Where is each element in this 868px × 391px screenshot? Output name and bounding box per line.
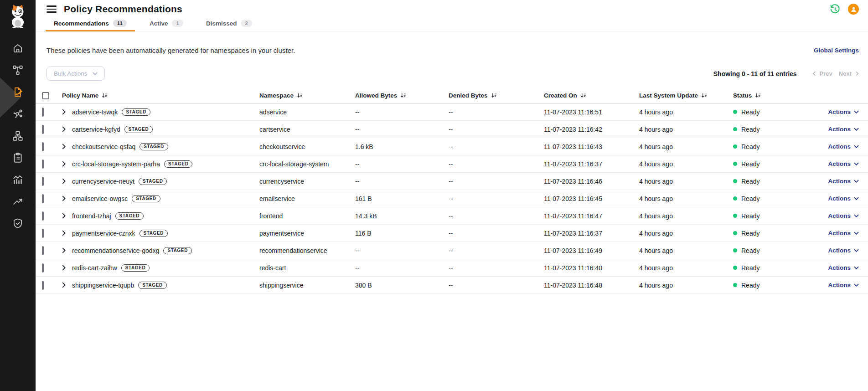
row-checkbox[interactable]	[42, 229, 44, 238]
ready-status-dot	[733, 179, 737, 183]
denied-bytes-cell: --	[449, 160, 544, 168]
actions-button[interactable]: Actions	[828, 212, 859, 219]
next-page-button[interactable]: Next	[839, 70, 859, 77]
allowed-bytes-cell: 1.6 kB	[355, 143, 449, 150]
top-right-icons	[829, 4, 859, 15]
table-row: redis-cart-zaihw STAGED redis-cart -- --…	[36, 259, 868, 277]
actions-button[interactable]: Actions	[828, 247, 859, 254]
policy-name: shippingservice-tqupb	[72, 282, 134, 289]
denied-bytes-cell: --	[449, 282, 544, 289]
policy-name: cartservice-kgfyd	[72, 126, 120, 133]
ready-status-dot	[733, 110, 737, 114]
row-checkbox[interactable]	[42, 125, 44, 134]
policy-table: Policy Name Namespace Allowed Bytes Deni…	[36, 88, 868, 294]
sidebar-item-flows[interactable]	[0, 103, 36, 125]
expand-row-chevron-icon[interactable]	[62, 126, 72, 132]
expand-row-chevron-icon[interactable]	[62, 144, 72, 149]
actions-button[interactable]: Actions	[828, 195, 859, 202]
user-avatar-icon[interactable]	[848, 4, 859, 15]
sidebar-item-home[interactable]	[0, 37, 36, 59]
expand-row-chevron-icon[interactable]	[62, 230, 72, 236]
staged-badge: STAGED	[140, 230, 168, 237]
row-checkbox[interactable]	[42, 108, 44, 117]
expand-row-chevron-icon[interactable]	[62, 265, 72, 271]
tab-active[interactable]: Active 1	[141, 18, 191, 31]
expand-row-chevron-icon[interactable]	[62, 161, 72, 167]
tab-recommendations[interactable]: Recommendations 11	[46, 18, 135, 31]
row-checkbox[interactable]	[42, 142, 44, 151]
tab-dismissed[interactable]: Dismissed 2	[198, 18, 260, 31]
expand-row-chevron-icon[interactable]	[62, 109, 72, 115]
last-system-update-cell: 4 hours ago	[639, 143, 733, 150]
content: These policies have been automatically g…	[36, 32, 868, 294]
column-header-denied-bytes[interactable]: Denied Bytes	[449, 92, 544, 99]
column-header-last-system-update[interactable]: Last System Update	[639, 92, 733, 99]
expand-row-chevron-icon[interactable]	[62, 213, 72, 219]
chevron-down-icon	[854, 232, 859, 235]
column-header-status[interactable]: Status	[733, 92, 792, 99]
sort-icon	[400, 93, 406, 98]
column-header-policy-name[interactable]: Policy Name	[62, 92, 259, 99]
page-description: These policies have been automatically g…	[46, 46, 295, 54]
actions-button[interactable]: Actions	[828, 126, 859, 133]
row-checkbox[interactable]	[42, 246, 44, 255]
select-all-checkbox[interactable]	[42, 92, 49, 99]
app-root: Policy Recommendations	[0, 0, 868, 391]
table-row: cartservice-kgfyd STAGED cartservice -- …	[36, 121, 868, 138]
row-checkbox[interactable]	[42, 211, 44, 221]
status-label: Ready	[741, 247, 760, 254]
actions-button[interactable]: Actions	[828, 108, 859, 115]
cat-mascot-logo	[6, 4, 29, 28]
chevron-down-icon	[854, 110, 859, 114]
row-checkbox[interactable]	[42, 263, 44, 273]
status-label: Ready	[741, 230, 760, 237]
prev-page-button[interactable]: Prev	[812, 70, 832, 77]
sidebar-item-reports[interactable]	[0, 147, 36, 169]
sort-icon	[580, 93, 586, 98]
allowed-bytes-cell: --	[355, 264, 449, 272]
home-icon	[12, 42, 24, 54]
actions-button[interactable]: Actions	[828, 178, 859, 185]
column-header-allowed-bytes[interactable]: Allowed Bytes	[355, 92, 449, 99]
expand-row-chevron-icon[interactable]	[62, 178, 72, 184]
status-label: Ready	[741, 178, 760, 185]
staged-badge: STAGED	[138, 282, 167, 289]
allowed-bytes-cell: 380 B	[355, 282, 449, 289]
last-system-update-cell: 4 hours ago	[639, 195, 733, 202]
actions-button[interactable]: Actions	[828, 160, 859, 167]
hamburger-menu-icon[interactable]	[46, 5, 57, 13]
sidebar-item-trends[interactable]	[0, 190, 36, 212]
allowed-bytes-cell: --	[355, 247, 449, 254]
ready-status-dot	[733, 248, 737, 252]
bulk-actions-button[interactable]: Bulk Actions	[46, 67, 105, 81]
policy-name: crc-local-storage-system-parha	[72, 160, 160, 168]
allowed-bytes-cell: --	[355, 108, 449, 116]
column-header-namespace[interactable]: Namespace	[259, 92, 355, 99]
actions-button[interactable]: Actions	[828, 230, 859, 237]
row-checkbox[interactable]	[42, 177, 44, 186]
sidebar-item-security-shield[interactable]	[0, 212, 36, 234]
actions-button[interactable]: Actions	[828, 282, 859, 288]
row-checkbox[interactable]	[42, 159, 44, 169]
denied-bytes-cell: --	[449, 230, 544, 237]
expand-row-chevron-icon[interactable]	[62, 247, 72, 253]
column-header-created-on[interactable]: Created On	[544, 92, 639, 99]
expand-row-chevron-icon[interactable]	[62, 282, 72, 288]
namespace-cell: checkoutservice	[259, 143, 355, 150]
global-settings-link[interactable]: Global Settings	[814, 47, 859, 54]
row-checkbox[interactable]	[42, 194, 44, 203]
sidebar-item-service-graph[interactable]	[0, 59, 36, 81]
page-title: Policy Recommendations	[64, 4, 182, 15]
row-checkbox[interactable]	[42, 281, 44, 290]
actions-button[interactable]: Actions	[828, 143, 859, 150]
sidebar-item-policy-edit[interactable]	[0, 81, 36, 103]
status-label: Ready	[741, 108, 760, 116]
staged-badge: STAGED	[124, 126, 153, 133]
chevron-down-icon	[854, 145, 859, 149]
expand-row-chevron-icon[interactable]	[62, 196, 72, 201]
actions-button[interactable]: Actions	[828, 264, 859, 271]
policy-name: checkoutservice-qsfaq	[72, 143, 135, 150]
sidebar-item-statistics[interactable]	[0, 169, 36, 190]
sidebar-item-network[interactable]	[0, 125, 36, 147]
history-icon[interactable]	[829, 4, 841, 15]
